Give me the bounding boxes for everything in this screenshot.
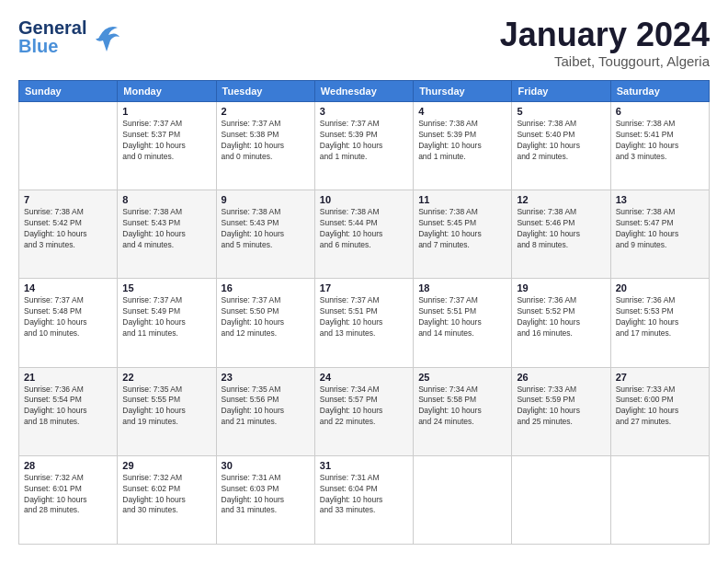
- calendar-subtitle: Taibet, Touggourt, Algeria: [500, 53, 710, 69]
- list-item: 11Sunrise: 7:38 AM Sunset: 5:45 PM Dayli…: [414, 190, 512, 279]
- logo-blue: Blue: [18, 37, 86, 55]
- calendar-title: January 2024: [500, 18, 710, 52]
- list-item: [414, 455, 512, 544]
- day-number: 4: [418, 106, 506, 117]
- list-item: [610, 455, 709, 544]
- day-number: 19: [517, 282, 605, 293]
- day-info: Sunrise: 7:37 AM Sunset: 5:38 PM Dayligh…: [222, 119, 310, 163]
- col-tuesday: Tuesday: [216, 81, 314, 102]
- list-item: 10Sunrise: 7:38 AM Sunset: 5:44 PM Dayli…: [314, 190, 413, 279]
- list-item: [512, 455, 610, 544]
- day-info: Sunrise: 7:38 AM Sunset: 5:43 PM Dayligh…: [122, 207, 210, 251]
- list-item: 16Sunrise: 7:37 AM Sunset: 5:50 PM Dayli…: [216, 279, 314, 367]
- calendar-table: Sunday Monday Tuesday Wednesday Thursday…: [18, 80, 710, 545]
- col-thursday: Thursday: [414, 81, 512, 102]
- list-item: 22Sunrise: 7:35 AM Sunset: 5:55 PM Dayli…: [118, 367, 216, 455]
- day-info: Sunrise: 7:35 AM Sunset: 5:56 PM Dayligh…: [222, 385, 310, 429]
- list-item: 13Sunrise: 7:38 AM Sunset: 5:47 PM Dayli…: [610, 190, 709, 279]
- list-item: 18Sunrise: 7:37 AM Sunset: 5:51 PM Dayli…: [414, 279, 512, 367]
- day-info: Sunrise: 7:38 AM Sunset: 5:40 PM Dayligh…: [517, 119, 605, 163]
- day-number: 24: [320, 372, 408, 383]
- table-row: 7Sunrise: 7:38 AM Sunset: 5:42 PM Daylig…: [19, 190, 710, 279]
- day-number: 18: [418, 282, 506, 293]
- list-item: 21Sunrise: 7:36 AM Sunset: 5:54 PM Dayli…: [19, 367, 118, 455]
- day-info: Sunrise: 7:32 AM Sunset: 6:01 PM Dayligh…: [24, 473, 112, 517]
- list-item: 23Sunrise: 7:35 AM Sunset: 5:56 PM Dayli…: [216, 367, 314, 455]
- day-info: Sunrise: 7:35 AM Sunset: 5:55 PM Dayligh…: [122, 385, 210, 429]
- col-saturday: Saturday: [610, 81, 709, 102]
- day-number: 21: [24, 372, 112, 383]
- header: General Blue January 2024 Taibet, Touggo…: [18, 18, 710, 69]
- day-info: Sunrise: 7:36 AM Sunset: 5:54 PM Dayligh…: [24, 385, 112, 429]
- day-number: 2: [222, 106, 310, 117]
- day-number: 17: [320, 282, 408, 293]
- day-number: 14: [24, 282, 112, 293]
- list-item: 2Sunrise: 7:37 AM Sunset: 5:38 PM Daylig…: [216, 102, 314, 190]
- col-friday: Friday: [512, 81, 610, 102]
- day-number: 12: [517, 194, 605, 205]
- day-number: 29: [122, 460, 210, 471]
- day-info: Sunrise: 7:37 AM Sunset: 5:49 PM Dayligh…: [122, 295, 210, 339]
- day-info: Sunrise: 7:36 AM Sunset: 5:52 PM Dayligh…: [517, 295, 605, 339]
- list-item: 31Sunrise: 7:31 AM Sunset: 6:04 PM Dayli…: [314, 455, 413, 544]
- day-number: 11: [418, 194, 506, 205]
- day-number: 22: [122, 372, 210, 383]
- table-row: 1Sunrise: 7:37 AM Sunset: 5:37 PM Daylig…: [19, 102, 710, 190]
- day-number: 9: [222, 194, 310, 205]
- table-row: 14Sunrise: 7:37 AM Sunset: 5:48 PM Dayli…: [19, 279, 710, 367]
- day-number: 6: [616, 106, 704, 117]
- day-number: 25: [418, 372, 506, 383]
- day-number: 30: [222, 460, 310, 471]
- list-item: 17Sunrise: 7:37 AM Sunset: 5:51 PM Dayli…: [314, 279, 413, 367]
- logo-bird-icon: [92, 20, 121, 53]
- list-item: 4Sunrise: 7:38 AM Sunset: 5:39 PM Daylig…: [414, 102, 512, 190]
- day-info: Sunrise: 7:38 AM Sunset: 5:42 PM Dayligh…: [24, 207, 112, 251]
- logo: General Blue: [18, 18, 121, 55]
- day-info: Sunrise: 7:37 AM Sunset: 5:51 PM Dayligh…: [320, 295, 408, 339]
- day-info: Sunrise: 7:31 AM Sunset: 6:04 PM Dayligh…: [320, 473, 408, 517]
- table-row: 28Sunrise: 7:32 AM Sunset: 6:01 PM Dayli…: [19, 455, 710, 544]
- list-item: 27Sunrise: 7:33 AM Sunset: 6:00 PM Dayli…: [610, 367, 709, 455]
- col-wednesday: Wednesday: [314, 81, 413, 102]
- day-info: Sunrise: 7:34 AM Sunset: 5:58 PM Dayligh…: [418, 385, 506, 429]
- day-info: Sunrise: 7:33 AM Sunset: 6:00 PM Dayligh…: [616, 385, 704, 429]
- list-item: 3Sunrise: 7:37 AM Sunset: 5:39 PM Daylig…: [314, 102, 413, 190]
- page: General Blue January 2024 Taibet, Touggo…: [0, 0, 728, 563]
- day-number: 10: [320, 194, 408, 205]
- day-info: Sunrise: 7:32 AM Sunset: 6:02 PM Dayligh…: [122, 473, 210, 517]
- list-item: 9Sunrise: 7:38 AM Sunset: 5:43 PM Daylig…: [216, 190, 314, 279]
- day-info: Sunrise: 7:38 AM Sunset: 5:45 PM Dayligh…: [418, 207, 506, 251]
- day-number: 7: [24, 194, 112, 205]
- day-info: Sunrise: 7:38 AM Sunset: 5:39 PM Dayligh…: [418, 119, 506, 163]
- day-number: 1: [122, 106, 210, 117]
- day-info: Sunrise: 7:38 AM Sunset: 5:41 PM Dayligh…: [616, 119, 704, 163]
- day-info: Sunrise: 7:38 AM Sunset: 5:43 PM Dayligh…: [222, 207, 310, 251]
- list-item: 5Sunrise: 7:38 AM Sunset: 5:40 PM Daylig…: [512, 102, 610, 190]
- day-info: Sunrise: 7:31 AM Sunset: 6:03 PM Dayligh…: [222, 473, 310, 517]
- list-item: 15Sunrise: 7:37 AM Sunset: 5:49 PM Dayli…: [118, 279, 216, 367]
- day-number: 15: [122, 282, 210, 293]
- day-number: 28: [24, 460, 112, 471]
- day-info: Sunrise: 7:38 AM Sunset: 5:47 PM Dayligh…: [616, 207, 704, 251]
- table-row: 21Sunrise: 7:36 AM Sunset: 5:54 PM Dayli…: [19, 367, 710, 455]
- list-item: 30Sunrise: 7:31 AM Sunset: 6:03 PM Dayli…: [216, 455, 314, 544]
- day-info: Sunrise: 7:36 AM Sunset: 5:53 PM Dayligh…: [616, 295, 704, 339]
- day-number: 26: [517, 372, 605, 383]
- list-item: 29Sunrise: 7:32 AM Sunset: 6:02 PM Dayli…: [118, 455, 216, 544]
- day-number: 20: [616, 282, 704, 293]
- day-info: Sunrise: 7:38 AM Sunset: 5:46 PM Dayligh…: [517, 207, 605, 251]
- list-item: 19Sunrise: 7:36 AM Sunset: 5:52 PM Dayli…: [512, 279, 610, 367]
- day-number: 27: [616, 372, 704, 383]
- list-item: 24Sunrise: 7:34 AM Sunset: 5:57 PM Dayli…: [314, 367, 413, 455]
- list-item: 7Sunrise: 7:38 AM Sunset: 5:42 PM Daylig…: [19, 190, 118, 279]
- day-number: 23: [222, 372, 310, 383]
- list-item: 8Sunrise: 7:38 AM Sunset: 5:43 PM Daylig…: [118, 190, 216, 279]
- list-item: 28Sunrise: 7:32 AM Sunset: 6:01 PM Dayli…: [19, 455, 118, 544]
- day-number: 13: [616, 194, 704, 205]
- col-sunday: Sunday: [19, 81, 118, 102]
- day-number: 5: [517, 106, 605, 117]
- day-info: Sunrise: 7:37 AM Sunset: 5:39 PM Dayligh…: [320, 119, 408, 163]
- list-item: 14Sunrise: 7:37 AM Sunset: 5:48 PM Dayli…: [19, 279, 118, 367]
- list-item: 26Sunrise: 7:33 AM Sunset: 5:59 PM Dayli…: [512, 367, 610, 455]
- list-item: 1Sunrise: 7:37 AM Sunset: 5:37 PM Daylig…: [118, 102, 216, 190]
